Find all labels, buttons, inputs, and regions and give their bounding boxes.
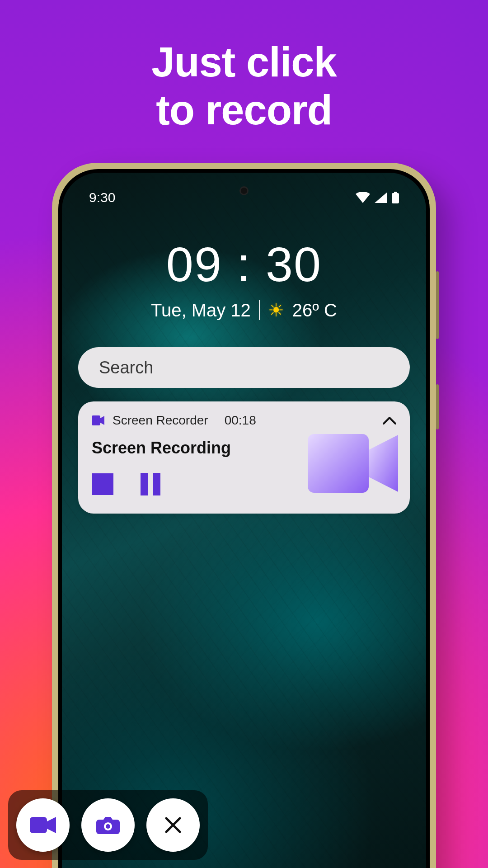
svg-point-6 (106, 824, 110, 829)
notification-header: Screen Recorder 00:18 (92, 413, 396, 428)
svg-rect-3 (308, 434, 369, 493)
record-video-button[interactable] (16, 798, 70, 852)
recording-notification[interactable]: Screen Recorder 00:18 Screen Recording (78, 401, 410, 514)
video-camera-icon (92, 415, 104, 425)
camera-icon (96, 815, 120, 835)
svg-rect-2 (92, 415, 100, 425)
lockscreen-temperature: 26º C (292, 300, 337, 321)
svg-rect-4 (30, 817, 47, 833)
statusbar-time: 9:30 (89, 190, 115, 205)
floating-action-bar[interactable] (8, 790, 208, 860)
promo-headline: Just click to record (0, 0, 488, 134)
lockscreen-date: Tue, May 12 (151, 300, 251, 321)
promo-headline-line1: Just click (0, 38, 488, 86)
phone-side-button (436, 271, 439, 339)
svg-rect-1 (394, 192, 397, 193)
lockscreen-time: 09 : 30 (62, 236, 426, 292)
battery-icon (392, 192, 399, 203)
close-button[interactable] (146, 798, 200, 852)
screenshot-button[interactable] (81, 798, 135, 852)
statusbar-icons (356, 192, 399, 203)
sun-icon: ☀ (268, 300, 284, 321)
notification-elapsed: 00:18 (225, 413, 256, 428)
video-camera-large-icon (308, 429, 398, 497)
stop-button[interactable] (92, 473, 113, 495)
wifi-icon (356, 192, 370, 203)
notification-app-name: Screen Recorder (113, 413, 208, 428)
signal-icon (375, 192, 387, 203)
search-placeholder: Search (99, 358, 153, 377)
close-icon (164, 816, 182, 834)
phone-screen: 9:30 09 : 30 Tue, May 12 ☀ 26º C Search (62, 173, 426, 868)
chevron-up-icon[interactable] (383, 416, 396, 425)
lockscreen-clock-block: 09 : 30 Tue, May 12 ☀ 26º C (62, 236, 426, 321)
phone-bezel: 9:30 09 : 30 Tue, May 12 ☀ 26º C Search (58, 169, 430, 868)
search-bar[interactable]: Search (78, 347, 410, 388)
pause-button[interactable] (141, 473, 160, 495)
phone-frame: 9:30 09 : 30 Tue, May 12 ☀ 26º C Search (52, 163, 436, 868)
camera-notch (239, 186, 249, 195)
promo-headline-line2: to record (0, 86, 488, 134)
lockscreen-dateline: Tue, May 12 ☀ 26º C (62, 300, 426, 321)
phone-side-button (436, 384, 439, 429)
video-camera-icon (30, 815, 56, 835)
svg-rect-0 (392, 193, 399, 203)
dateline-divider (259, 300, 260, 320)
